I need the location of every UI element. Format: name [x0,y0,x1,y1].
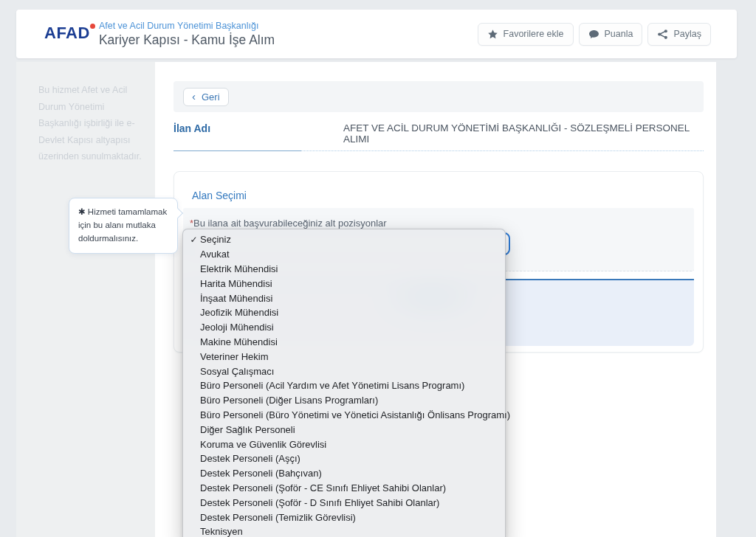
star-icon [487,29,498,40]
app-header: AFAD Afet ve Acil Durum Yönetimi Başkanl… [16,10,737,58]
dropdown-option-label: Seçiniz [200,234,231,245]
dropdown-option[interactable]: Jeofizik Mühendisi [183,305,505,320]
dropdown-option[interactable]: Sosyal Çalışmacı [183,364,505,378]
dropdown-option-label: İnşaat Mühendisi [200,293,272,304]
section-title: Alan Seçimi [192,190,247,201]
afad-logo-text: AFAD [44,25,90,44]
dropdown-option-label: Büro Personeli (Diğer Lisans Programları… [200,395,378,406]
dropdown-option-label: Büro Personeli (Acil Yardım ve Afet Yöne… [200,380,464,391]
position-field-label: *Bu ilana ait başvurabileceğiniz alt poz… [190,218,387,229]
dropdown-option-label: Destek Personeli (Temizlik Görevlisi) [200,512,356,523]
dropdown-option-label: Veteriner Hekim [200,351,268,362]
header-titles: Afet ve Acil Durum Yönetimi Başkanlığı K… [99,21,275,48]
dropdown-option-label: Jeofizik Mühendisi [200,307,278,318]
rate-button[interactable]: Puanla [579,23,643,46]
dropdown-option[interactable]: Destek Personeli (Temizlik Görevlisi) [183,510,505,524]
dropdown-option-label: Makine Mühendisi [200,336,278,347]
share-icon [657,29,668,40]
back-button-label: Geri [202,91,220,103]
dropdown-option-label: Destek Personeli (Şoför - D Sınıfı Ehliy… [200,497,439,508]
afad-logo-dot-icon [90,24,95,29]
dropdown-option[interactable]: Destek Personeli (Şoför - D Sınıfı Ehliy… [183,495,505,510]
dropdown-option[interactable]: Diğer Sağlık Personeli [183,422,505,437]
position-dropdown: ✓SeçinizAvukatElektrik MühendisiHarita M… [182,229,506,537]
back-button[interactable]: ‹ Geri [183,88,229,106]
dropdown-option[interactable]: Veteriner Hekim [183,349,505,364]
comment-icon [588,29,599,40]
dropdown-option-label: Sosyal Çalışmacı [200,366,274,377]
dropdown-option-label: Büro Personeli (Büro Yönetimi ve Yönetic… [200,409,510,420]
dropdown-option[interactable]: Destek Personeli (Aşçı) [183,451,505,466]
dropdown-option-label: Elektrik Mühendisi [200,263,278,274]
dropdown-option-label: Avukat [200,249,230,260]
listing-name-label: İlan Adı [173,122,301,151]
dropdown-option[interactable]: Koruma ve Güvenlik Görevlisi [183,437,505,451]
afad-logo: AFAD [44,25,90,44]
dropdown-option[interactable]: İnşaat Mühendisi [183,291,505,305]
dropdown-option[interactable]: Avukat [183,247,505,262]
dropdown-option-label: Destek Personeli (Aşçı) [200,453,300,464]
dropdown-option[interactable]: Elektrik Mühendisi [183,262,505,277]
share-label: Paylaş [673,29,701,39]
dropdown-option[interactable]: Harita Mühendisi [183,276,505,291]
required-field-tooltip: ✱ Hizmeti tamamlamak için bu alanı mutla… [69,198,178,254]
dropdown-option-label: Destek Personeli (Şoför - CE Sınıfı Ehli… [200,482,446,493]
dropdown-option[interactable]: Destek Personeli (Bahçıvan) [183,466,505,481]
back-toolbar: ‹ Geri [173,81,704,112]
tooltip-text-content: Hizmeti tamamlamak için bu alanı mutlaka… [78,207,167,243]
left-sidebar: Bu hizmet Afet ve Acil Durum Yönetimi Ba… [16,62,155,537]
add-to-favorites-label: Favorilere ekle [504,29,564,39]
add-to-favorites-button[interactable]: Favorilere ekle [478,23,574,46]
dropdown-option[interactable]: ✓Seçiniz [183,232,505,247]
dropdown-option[interactable]: Teknisyen [183,524,505,537]
dropdown-option-label: Destek Personeli (Bahçıvan) [200,468,322,479]
rate-label: Puanla [605,29,633,39]
dropdown-option-label: Koruma ve Güvenlik Görevlisi [200,439,326,450]
header-actions: Favorilere ekle Puanla Paylaş [478,23,711,46]
dropdown-option-label: Teknisyen [200,526,243,537]
checkmark-icon: ✓ [189,235,199,245]
dropdown-option[interactable]: Makine Mühendisi [183,335,505,350]
dropdown-option-label: Diğer Sağlık Personeli [200,424,295,435]
dropdown-option[interactable]: Jeoloji Mühendisi [183,320,505,335]
share-button[interactable]: Paylaş [647,23,711,46]
page-title: Kariyer Kapısı - Kamu İşe Alım [99,32,275,48]
dropdown-option[interactable]: Büro Personeli (Acil Yardım ve Afet Yöne… [183,378,505,393]
dropdown-option-label: Harita Mühendisi [200,278,272,289]
dropdown-option[interactable]: Destek Personeli (Şoför - CE Sınıfı Ehli… [183,481,505,496]
dropdown-option[interactable]: Büro Personeli (Büro Yönetimi ve Yönetic… [183,408,505,423]
chevron-left-icon: ‹ [192,91,196,102]
tooltip-asterisk-icon: ✱ [78,207,86,216]
service-provider-note: Bu hizmet Afet ve Acil Durum Yönetimi Ba… [38,82,143,165]
listing-name-row: İlan Adı AFET VE ACİL DURUM YÖNETİMİ BAŞ… [173,122,704,151]
listing-name-value: AFET VE ACİL DURUM YÖNETİMİ BAŞKANLIĞI -… [301,122,704,151]
organization-name: Afet ve Acil Durum Yönetimi Başkanlığı [99,21,275,31]
dropdown-option[interactable]: Büro Personeli (Diğer Lisans Programları… [183,393,505,408]
dropdown-option-label: Jeoloji Mühendisi [200,322,274,333]
position-field-label-text: Bu ilana ait başvurabileceğiniz alt pozi… [193,218,387,229]
